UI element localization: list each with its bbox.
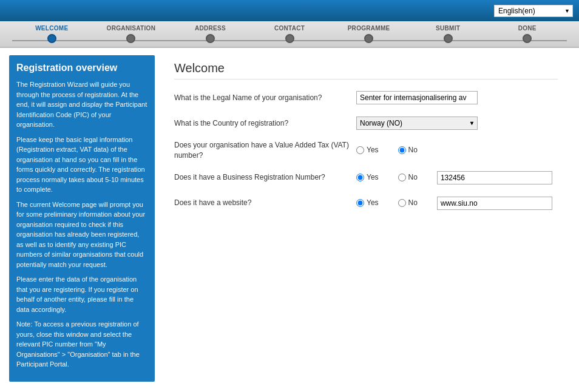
legal-name-input[interactable] — [356, 91, 478, 104]
country-select[interactable]: Norway (NO) Germany (DE) France (FR) Uni… — [356, 117, 478, 130]
sidebar-para-5: Note: To access a previous registration … — [16, 319, 147, 370]
step-submit-label: SUBMIT — [436, 25, 460, 32]
vat-field: Yes No — [356, 145, 558, 155]
website-yes-label: Yes — [367, 198, 385, 208]
main-content: Registration overview The Registration W… — [0, 48, 579, 389]
step-organisation-label: ORGANISATION — [107, 25, 156, 32]
country-field: Norway (NO) Germany (DE) France (FR) Uni… — [356, 117, 558, 130]
brn-no-label: No — [408, 172, 424, 183]
vat-yes-label: Yes — [367, 145, 385, 155]
website-field: Yes No — [356, 197, 558, 210]
steps-bar: WELCOME ORGANISATION ADDRESS CONTACT PRO… — [0, 21, 579, 48]
step-contact-label: CONTACT — [274, 25, 305, 32]
step-programme[interactable]: PROGRAMME — [329, 21, 408, 47]
vat-label: Does your organisation have a Value Adde… — [174, 140, 356, 161]
button-bar: Close Next > — [0, 389, 579, 393]
step-welcome-dot — [47, 34, 56, 43]
brn-no-group: No — [398, 172, 424, 183]
website-no-radio[interactable] — [398, 199, 406, 207]
sidebar-para-1: The Registration Wizard will guide you t… — [16, 79, 147, 130]
brn-yes-label: Yes — [367, 172, 385, 183]
website-no-group: No — [398, 198, 424, 208]
language-selector-wrapper[interactable]: English(en) French(fr) German(de) — [494, 5, 573, 17]
brn-field: Yes No — [356, 171, 558, 184]
country-row: What is the Country of registration? Nor… — [174, 115, 558, 132]
step-done-dot — [523, 34, 532, 43]
step-submit[interactable]: SUBMIT — [408, 21, 488, 47]
step-done[interactable]: DONE — [487, 21, 567, 47]
step-programme-dot — [364, 34, 373, 43]
legal-name-label: What is the Legal Name of your organisat… — [174, 93, 356, 103]
step-contact-dot — [285, 34, 294, 43]
sidebar-para-2: Please keep the basic legal information … — [16, 135, 147, 195]
website-yes-group: Yes — [356, 198, 385, 208]
website-no-label: No — [408, 198, 424, 208]
country-select-wrapper[interactable]: Norway (NO) Germany (DE) France (FR) Uni… — [356, 117, 478, 130]
sidebar-para-4: Please enter the data of the organisatio… — [16, 274, 147, 314]
language-select-wrapper[interactable]: English(en) French(fr) German(de) — [494, 5, 573, 17]
legal-name-row: What is the Legal Name of your organisat… — [174, 89, 558, 106]
step-submit-dot — [444, 34, 453, 43]
step-welcome-label: WELCOME — [35, 25, 68, 32]
step-address[interactable]: ADDRESS — [171, 21, 250, 47]
step-organisation-dot — [126, 34, 135, 43]
step-organisation[interactable]: ORGANISATION — [92, 21, 171, 47]
vat-row: Does your organisation have a Value Adde… — [174, 140, 558, 161]
sidebar: Registration overview The Registration W… — [9, 55, 155, 382]
sidebar-title: Registration overview — [16, 63, 147, 73]
brn-input[interactable] — [437, 171, 552, 184]
vat-no-label: No — [408, 145, 424, 155]
sidebar-para-3: The current Welcome page will prompt you… — [16, 200, 147, 270]
step-welcome[interactable]: WELCOME — [12, 21, 92, 47]
steps-inner: WELCOME ORGANISATION ADDRESS CONTACT PRO… — [12, 21, 567, 47]
form-area: Welcome What is the Legal Name of your o… — [162, 55, 570, 382]
step-contact[interactable]: CONTACT — [250, 21, 330, 47]
step-done-label: DONE — [518, 25, 537, 32]
vat-no-radio[interactable] — [398, 146, 406, 154]
website-yes-radio[interactable] — [356, 199, 364, 207]
step-address-dot — [206, 34, 215, 43]
vat-yes-radio[interactable] — [356, 146, 364, 154]
website-input[interactable] — [437, 197, 552, 210]
vat-no-group: No — [398, 145, 424, 155]
website-label: Does it have a website? — [174, 198, 356, 208]
form-title: Welcome — [174, 61, 558, 79]
step-programme-label: PROGRAMME — [348, 25, 390, 32]
brn-no-radio[interactable] — [398, 174, 406, 181]
brn-label: Does it have a Business Registration Num… — [174, 172, 356, 183]
top-bar: English(en) French(fr) German(de) — [0, 0, 579, 21]
step-address-label: ADDRESS — [195, 25, 226, 32]
brn-yes-radio[interactable] — [356, 174, 364, 181]
country-label: What is the Country of registration? — [174, 118, 356, 129]
website-row: Does it have a website? Yes No — [174, 195, 558, 212]
brn-row: Does it have a Business Registration Num… — [174, 169, 558, 186]
brn-yes-group: Yes — [356, 172, 385, 183]
vat-yes-group: Yes — [356, 145, 385, 155]
language-select[interactable]: English(en) French(fr) German(de) — [494, 5, 573, 17]
legal-name-field — [356, 91, 558, 104]
